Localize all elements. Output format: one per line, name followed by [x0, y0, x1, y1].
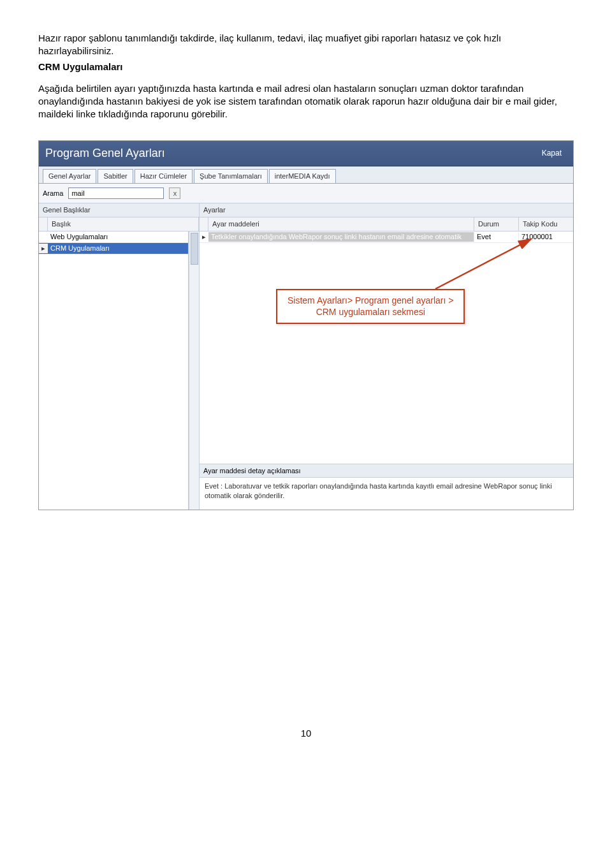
detail-panel: Ayar maddesi detay açıklaması Evet : Lab… [200, 464, 573, 510]
detail-panel-text: Evet : Laboratuvar ve tetkik raporları o… [200, 478, 573, 510]
document-body: Hazır rapor şablonu tanımlandığı takdird… [38, 32, 574, 121]
left-grid-body: Web Uygulamaları ▸ CRM Uygulamaları [39, 232, 199, 510]
svg-line-0 [435, 239, 531, 289]
annotation-callout: Sistem Ayarları> Program genel ayarları … [276, 289, 465, 324]
list-item[interactable]: ▸ CRM Uygulamaları [39, 243, 188, 254]
col-header-takip-kodu: Takip Kodu [519, 217, 573, 231]
title-bar: Program Genel Ayarları Kapat [39, 141, 573, 166]
search-label: Arama [43, 189, 63, 198]
table-row[interactable]: ▸ Tetkikler onaylandığında WebRapor sonu… [200, 232, 573, 243]
list-item[interactable]: Web Uygulamaları [39, 232, 188, 243]
tab-hazir-cumleler[interactable]: Hazır Cümleler [135, 169, 193, 184]
row-indicator-icon: ▸ [200, 232, 208, 242]
crm-heading: CRM Uygulamaları [38, 61, 574, 73]
right-grid-body: ▸ Tetkikler onaylandığında WebRapor sonu… [200, 232, 573, 463]
paragraph-2: Aşağıda belirtilen ayarı yaptığınızda ha… [38, 82, 574, 121]
detail-panel-title: Ayar maddesi detay açıklaması [200, 464, 573, 478]
left-panel-title: Genel Başlıklar [39, 203, 199, 217]
row-indicator-icon: ▸ [39, 244, 48, 253]
paragraph-1: Hazır rapor şablonu tanımlandığı takdird… [38, 32, 574, 58]
callout-line-1: Sistem Ayarları> Program genel ayarları … [288, 295, 453, 307]
content-area: Genel Başlıklar Başlık Web Uygulamaları … [39, 203, 573, 510]
search-row: Arama x [39, 184, 573, 203]
page-number: 10 [38, 727, 574, 740]
cell-ayar-maddeleri: Tetkikler onaylandığında WebRapor sonuç … [208, 232, 474, 242]
tab-sube-tanimlamalari[interactable]: Şube Tanımlamaları [194, 169, 268, 184]
tab-genel-ayarlar[interactable]: Genel Ayarlar [43, 169, 96, 184]
window-title: Program Genel Ayarları [45, 145, 165, 161]
clear-search-button[interactable]: x [169, 188, 180, 199]
cell-durum: Evet [474, 232, 519, 242]
right-panel-title: Ayarlar [200, 203, 573, 217]
app-window: Program Genel Ayarları Kapat Genel Ayarl… [38, 140, 574, 511]
right-panel: Ayarlar Ayar maddeleri Durum Takip Kodu … [200, 203, 573, 510]
col-header-ayar-maddeleri: Ayar maddeleri [208, 217, 474, 231]
right-grid-header: Ayar maddeleri Durum Takip Kodu [200, 217, 573, 232]
search-input[interactable] [68, 188, 164, 199]
callout-line-2: CRM uygulamaları sekmesi [288, 307, 453, 318]
list-item-label: Web Uygulamaları [48, 232, 188, 242]
left-header-baslik: Başlık [48, 217, 199, 231]
close-button[interactable]: Kapat [537, 147, 567, 159]
scrollbar[interactable] [189, 232, 199, 510]
tab-bar: Genel Ayarlar Sabitler Hazır Cümleler Şu… [39, 166, 573, 184]
col-header-durum: Durum [474, 217, 519, 231]
list-item-label: CRM Uygulamaları [48, 244, 188, 253]
tab-sabitler[interactable]: Sabitler [98, 169, 133, 184]
left-grid-header: Başlık [39, 217, 199, 232]
cell-takip-kodu: 71000001 [519, 232, 573, 242]
scrollbar-thumb[interactable] [191, 233, 198, 265]
left-panel: Genel Başlıklar Başlık Web Uygulamaları … [39, 203, 200, 510]
tab-intermedia-kaydi[interactable]: interMEDIA Kaydı [269, 169, 336, 184]
